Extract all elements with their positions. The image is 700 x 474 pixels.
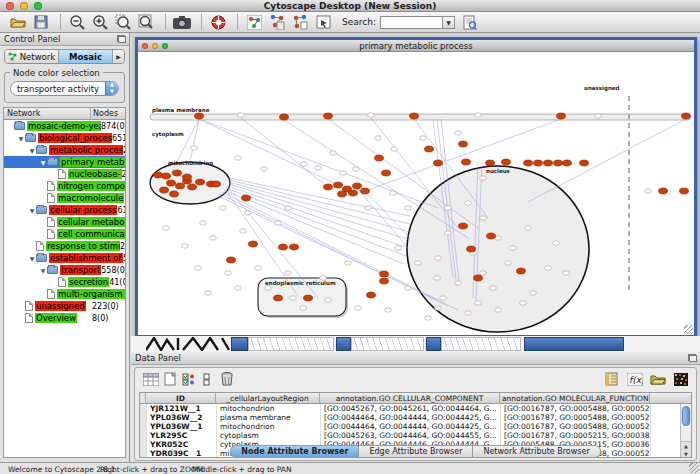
column-header-cellular-component[interactable]: annotation.GO CELLULAR_COMPONENT (320, 393, 500, 403)
network-node[interactable] (557, 113, 566, 119)
enhanced-search-icon[interactable] (460, 13, 480, 31)
layout-icon[interactable] (290, 13, 310, 31)
network-node[interactable] (300, 306, 307, 310)
network-node[interactable] (285, 206, 292, 210)
select-attributes-icon[interactable] (179, 371, 198, 388)
function-builder-icon[interactable]: f(x) (625, 371, 644, 388)
open-icon[interactable] (8, 13, 28, 31)
network-canvas[interactable]: plasma membranecytoplasmmitochondrionnuc… (138, 52, 694, 335)
network-node[interactable] (225, 271, 232, 275)
network-node[interactable] (415, 261, 422, 265)
network-node[interactable] (440, 296, 447, 300)
zoom-selected-icon[interactable] (113, 13, 133, 31)
tab-network-attribute-browser[interactable]: Network Attribute Browser (473, 445, 600, 458)
network-node[interactable] (315, 166, 322, 170)
network-node[interactable] (462, 159, 471, 165)
network-node[interactable] (176, 183, 185, 189)
tree-column-network[interactable]: Network (4, 108, 91, 119)
expand-arrow-icon[interactable]: ▼ (39, 267, 47, 274)
network-node[interactable] (467, 246, 476, 252)
network-node[interactable] (534, 160, 543, 166)
network-node[interactable] (240, 229, 247, 233)
unselect-attributes-icon[interactable] (198, 371, 217, 388)
network-node[interactable] (391, 147, 398, 151)
column-header-id[interactable]: ID (146, 393, 216, 403)
network-node[interactable] (330, 151, 337, 155)
network-node[interactable] (261, 167, 268, 171)
network-node[interactable] (390, 191, 397, 195)
tree-row[interactable]: secretion41(0) (4, 276, 125, 288)
node-color-dropdown[interactable]: transporter activity ▲▼ (10, 81, 119, 96)
network-node[interactable] (163, 226, 170, 230)
network-node[interactable] (475, 301, 482, 305)
network-node[interactable] (365, 206, 372, 210)
network-edge[interactable] (229, 182, 410, 232)
network-node[interactable] (334, 182, 343, 188)
app-resize-grip[interactable] (689, 463, 699, 473)
network-node[interactable] (173, 170, 182, 176)
annotation-icon[interactable] (313, 13, 333, 31)
background-window-edge[interactable] (524, 337, 624, 351)
matrix-icon[interactable] (671, 371, 690, 388)
network-node[interactable] (525, 226, 532, 230)
network-node[interactable] (340, 171, 347, 175)
tree-row[interactable]: ▼biological_process651(0) (4, 132, 125, 144)
network-node[interactable] (200, 221, 207, 225)
network-node[interactable] (480, 176, 487, 180)
network-node[interactable] (520, 301, 527, 305)
new-attribute-icon[interactable] (160, 371, 179, 388)
import-attributes-icon[interactable] (648, 371, 667, 388)
network-node[interactable] (182, 244, 189, 248)
tree-row[interactable]: nucleobase-209(0) (4, 168, 125, 180)
network-node[interactable] (554, 160, 563, 166)
network-node[interactable] (553, 241, 560, 245)
network-node[interactable] (480, 216, 487, 220)
tree-row[interactable]: ▼primary metabo209(... (4, 156, 125, 168)
tree-row[interactable]: ▼cellular process614(0) (4, 204, 125, 216)
attribute-editor-icon[interactable] (602, 371, 621, 388)
network-node[interactable] (160, 187, 169, 193)
network-node[interactable] (196, 179, 205, 185)
network-node[interactable] (405, 286, 412, 290)
network-node[interactable] (154, 172, 163, 178)
network-node[interactable] (385, 308, 392, 312)
search-dropdown-arrow[interactable]: ▼ (442, 16, 455, 29)
column-header-region[interactable]: _cellularLayoutRegion (216, 393, 320, 403)
network-edge[interactable] (241, 118, 328, 187)
attribute-table-icon[interactable] (141, 371, 160, 388)
network-node[interactable] (353, 183, 362, 189)
background-window-strip[interactable] (146, 337, 231, 351)
network-node[interactable] (325, 298, 332, 302)
tree-row[interactable]: cell communicat22(0) (4, 228, 125, 240)
network-node[interactable] (290, 296, 297, 300)
network-node[interactable] (361, 188, 370, 194)
tree-row[interactable]: ▼establishment of lo558(0) (4, 252, 125, 264)
network-node[interactable] (195, 113, 204, 119)
network-node[interactable] (434, 276, 441, 280)
network-node[interactable] (459, 223, 468, 229)
network-graph[interactable]: plasma membranecytoplasmmitochondrionnuc… (138, 52, 694, 335)
table-row[interactable]: YPL036W__2plasma membrane[GO:0044464, GO… (140, 413, 691, 422)
network-node[interactable] (280, 114, 289, 120)
network-edge[interactable] (328, 119, 478, 228)
background-window-edge[interactable] (336, 337, 351, 351)
tree-row[interactable]: ▼metabolic process280(0) (4, 144, 125, 156)
snapshot-icon[interactable] (172, 13, 192, 31)
network-node[interactable] (279, 244, 288, 250)
network-node[interactable] (304, 295, 313, 301)
network-node[interactable] (338, 191, 347, 197)
network-node[interactable] (183, 174, 192, 180)
network-node[interactable] (530, 291, 537, 295)
network-node[interactable] (405, 206, 412, 210)
background-window-edge[interactable] (231, 337, 248, 351)
network-node[interactable] (188, 184, 197, 190)
network-window-resize-grip[interactable] (684, 325, 693, 334)
network-node[interactable] (680, 188, 689, 194)
network-node[interactable] (465, 311, 472, 315)
network-node[interactable] (275, 221, 282, 225)
network-node[interactable] (480, 271, 487, 275)
network-node[interactable] (162, 173, 171, 179)
network-node[interactable] (420, 136, 427, 140)
background-window-edge[interactable] (426, 337, 441, 351)
network-window-titlebar[interactable]: primary metabolic process (138, 40, 694, 52)
